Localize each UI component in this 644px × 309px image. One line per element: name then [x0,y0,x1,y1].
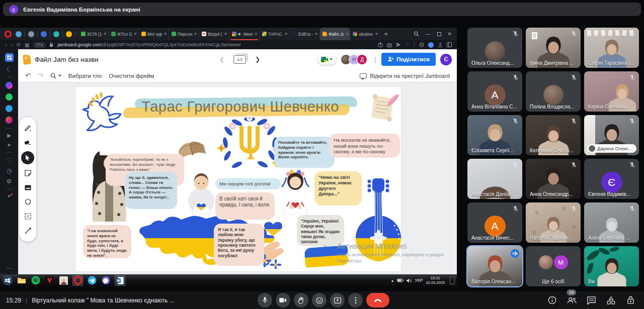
tab-close-icon[interactable]: ✕ [345,32,349,36]
more-options-button[interactable] [348,293,363,307]
activities-button[interactable] [604,294,617,307]
telegram-icon[interactable] [87,275,97,286]
browser-tab[interactable]: ІКТсо (1 к✕ [109,28,139,40]
frame-counter[interactable]: 1/1 [233,55,246,64]
snooze-icon[interactable]: ☾ [7,66,12,72]
pinned-tab-icon[interactable] [41,31,47,37]
anime-app-icon[interactable] [58,275,69,286]
tray-expand-icon[interactable]: ▲ [390,279,394,282]
extension-icon[interactable] [419,42,424,47]
tab-close-icon[interactable]: ✕ [314,32,318,36]
tab-close-icon[interactable]: ✕ [375,32,378,36]
zoom-tool[interactable] [50,73,61,79]
browser-tab[interactable]: ТАРАС Ш✕ [260,28,290,40]
account-avatar[interactable]: Є [440,54,452,65]
sidebar-more-icon[interactable]: ⋯ [6,265,12,271]
participant-tile[interactable]: Ви [584,246,639,286]
bookmarks-heart-icon[interactable]: ♡ [7,157,12,163]
window-minimize-button[interactable]: — [426,31,431,37]
workspace-icon[interactable] [5,53,14,62]
volume-icon[interactable] [407,278,412,283]
participant-tile[interactable]: Анастасія Даніїв... [467,159,522,199]
clock[interactable]: 15:3110.03.2023 [426,276,445,285]
settings-gear-icon[interactable]: ⚙ [7,178,12,184]
window-maximize-button[interactable] [437,32,441,36]
panels-icon[interactable] [447,42,452,47]
participant-tile[interactable]: Аліна Сергіївна ... [584,202,639,243]
browser-tab[interactable]: ukraine fl✕ [350,28,380,40]
open-on-device[interactable]: Відкрити на пристрої Jamboard [370,73,450,79]
forward-button[interactable]: › [11,42,12,48]
whatsapp-icon[interactable] [6,93,13,100]
browser-tab[interactable]: Персона✕ [169,28,199,40]
participant-tile[interactable]: Ірина Дмитрівна ... [526,28,581,68]
jamboard-workspace[interactable]: Тарас Григорович Шевченко [18,82,457,274]
choose-background-button[interactable]: Вибрати тло [68,73,102,79]
participant-tile[interactable]: ЄЄвгенія Вадимів... [584,159,639,199]
reload-button[interactable]: ⟳ [17,42,21,48]
image-tool[interactable] [22,182,33,193]
new-tab-button[interactable]: + [380,30,391,38]
participant-tile[interactable]: Дарина Олекс... [584,115,639,155]
present-button[interactable] [330,293,345,307]
tab-close-icon[interactable]: ✕ [133,32,137,36]
tab-close-icon[interactable]: ✕ [194,32,197,36]
explorer-icon[interactable] [16,275,27,286]
laser-tool[interactable] [22,225,33,236]
back-button[interactable]: ‹ [5,42,7,48]
reactions-button[interactable] [312,293,327,307]
browser-tab[interactable]: Файл Jam✕ [320,28,350,40]
participant-tile[interactable]: Поліна Владисла... [526,71,581,112]
browser-tab[interactable]: EdEra – с✕ [290,28,320,40]
host-controls-button[interactable] [624,294,637,307]
tab-close-icon[interactable]: ✕ [254,32,258,36]
tab-close-icon[interactable]: ✕ [224,32,227,36]
download-icon[interactable] [438,42,443,47]
participant-tile[interactable]: Вікторія Олексан... [467,246,522,286]
participant-tile[interactable]: Ольга Олександ... [467,28,522,68]
redo-icon[interactable]: ↷ [38,72,43,79]
tab-search-icon[interactable] [414,31,419,37]
participant-tile[interactable]: Каріна Євгенівн... [584,71,639,112]
snapshot-icon[interactable] [387,43,392,47]
telegram-icon[interactable] [6,105,13,112]
spotify-icon[interactable] [30,275,41,286]
browser-tab[interactable]: Meet✕ [229,28,260,40]
pinned-tab-icon[interactable] [28,31,34,37]
instagram-icon[interactable] [6,117,13,124]
clear-frame-button[interactable]: Очистити фрейм [109,73,154,79]
bookmark-heart-icon[interactable]: ♡ [405,42,410,48]
v-app-icon[interactable] [44,275,55,286]
url-text[interactable]: jamboard.google.com/d/1yq5O9P7mZI7yARR8Q… [57,42,241,47]
raise-hand-button[interactable] [294,293,308,307]
tab-close-icon[interactable]: ✕ [164,32,167,36]
flow-icon[interactable]: ➤ [7,143,11,148]
history-icon[interactable]: ◷ [7,168,12,174]
participant-tile[interactable]: Анна Олександр... [526,159,581,199]
browser-tab[interactable]: Мої курс✕ [139,28,169,40]
messenger-icon[interactable] [6,82,13,89]
select-tool[interactable] [21,151,34,164]
opera-menu-icon[interactable] [5,31,12,38]
end-call-button[interactable] [366,293,389,307]
player-icon[interactable]: ▶ [7,133,11,138]
send-to-device-icon[interactable] [396,42,401,47]
participant-tile[interactable]: ААнна Віталіївна С... [467,71,522,112]
people-button[interactable]: 24 [565,294,578,307]
eraser-tool[interactable] [22,137,33,148]
pinned-tab-icon[interactable] [66,31,72,37]
mic-button[interactable] [258,293,272,307]
sticky-note-tool[interactable] [22,168,33,179]
participant-tile[interactable]: MЩе 6 осіб [526,246,581,286]
profile-avatar[interactable] [428,42,434,48]
tab-close-icon[interactable]: ✕ [284,32,288,36]
participant-tile[interactable]: Катерина Сергіїв... [526,115,581,155]
undo-icon[interactable]: ↶ [25,72,31,79]
camera-button[interactable] [276,293,290,307]
share-page-icon[interactable] [378,42,383,47]
tab-close-icon[interactable]: ✕ [103,32,107,36]
next-frame-button[interactable]: ❯ [255,56,260,63]
opera-icon[interactable] [72,275,83,286]
jam-file-title[interactable]: Файл Jam без назви [35,56,99,63]
info-button[interactable] [545,294,558,307]
